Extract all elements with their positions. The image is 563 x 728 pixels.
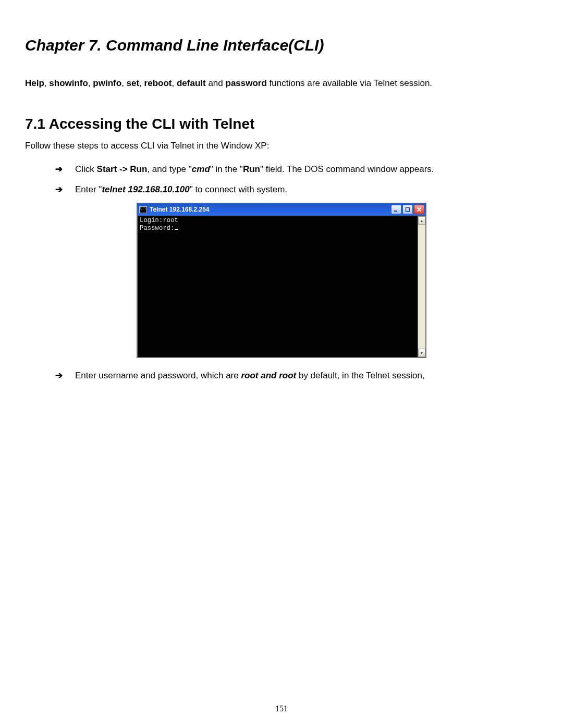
list-item: ➔ Click Start -> Run, and type "cmd" in … [55,162,538,176]
step2-tail: " to connect with system. [190,184,287,194]
step3-tail: by default, in the Telnet session, [296,371,424,380]
step1-mid2: " in the " [210,164,243,174]
window-controls [391,205,424,214]
window-title: Telnet 192.168.2.254 [150,206,391,213]
window-titlebar: Telnet 192.168.2.254 [137,203,426,216]
minimize-button[interactable] [391,205,401,214]
step2-bi1: telnet 192.168.10.100 [102,184,189,194]
intro-paragraph: Help, showinfo, pwinfo, set, reboot, def… [25,77,538,90]
vertical-scrollbar[interactable]: ▴ ▾ [418,216,426,357]
step1-b1: Start -> Run [97,164,148,174]
terminal-output[interactable]: Login:root Password: [137,216,418,357]
section-title: 7.1 Accessing the CLI with Telnet [25,116,538,132]
close-button[interactable] [414,205,424,214]
svg-rect-0 [394,211,397,212]
cmd-pwinfo: pwinfo [93,78,121,88]
step1-pre: Click [75,164,97,174]
cmd-showinfo: showinfo [49,78,88,88]
cmd-reboot: reboot [144,78,172,88]
arrow-icon: ➔ [55,182,63,196]
step3-pre: Enter username and password, which are [75,371,241,380]
telnet-screenshot: Telnet 192.168.2.254 Login:root Password… [137,203,426,358]
step2-pre: Enter " [75,184,102,194]
lead-paragraph: Follow these steps to access CLI via Tel… [25,139,538,153]
cmd-help: Help [25,78,44,88]
steps-list: ➔ Click Start -> Run, and type "cmd" in … [25,162,538,196]
svg-rect-1 [406,208,410,212]
cmd-set: set [127,78,140,88]
list-item: ➔ Enter "telnet 192.168.10.100" to conne… [55,182,538,196]
cmd-icon [139,206,147,213]
intro-and: and [206,78,226,88]
step1-bi1: cmd [192,164,210,174]
step3-bi1: root and root [241,371,296,380]
cmd-password: password [226,78,267,88]
arrow-icon: ➔ [55,368,63,382]
page-number: 151 [0,704,563,713]
window-client-area: Login:root Password: ▴ ▾ [137,216,426,357]
step1-mid1: , and type " [147,164,191,174]
terminal-line-2: Password: [140,225,175,232]
cursor-icon [175,224,178,230]
telnet-window: Telnet 192.168.2.254 Login:root Password… [137,203,426,358]
intro-tail: functions are available via Telnet sessi… [267,78,432,88]
steps-list-after: ➔ Enter username and password, which are… [25,368,538,382]
maximize-button[interactable] [402,205,413,214]
scroll-up-button[interactable]: ▴ [418,216,425,225]
step1-b2: Run [243,164,260,174]
scroll-down-button[interactable]: ▾ [418,349,425,357]
list-item: ➔ Enter username and password, which are… [55,368,538,382]
cmd-default: default [177,78,206,88]
step1-tail: " field. The DOS command window appears. [260,164,434,174]
terminal-line-1: Login:root [140,217,178,224]
chapter-title: Chapter 7. Command Line Interface(CLI) [25,36,538,54]
arrow-icon: ➔ [55,162,63,176]
